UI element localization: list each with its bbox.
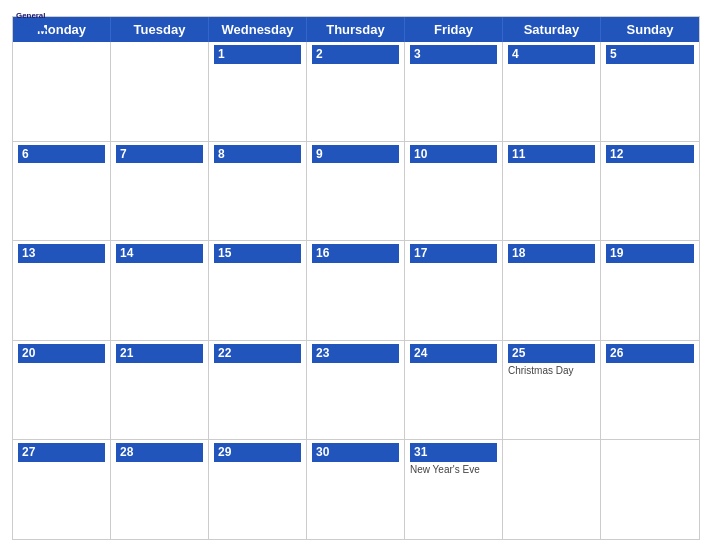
day-number: 13: [18, 244, 105, 263]
day-header-saturday: Saturday: [503, 17, 601, 42]
day-cell: 11: [503, 142, 601, 241]
day-cell: 26: [601, 341, 699, 440]
day-cell: 13: [13, 241, 111, 340]
week-row-4: 202122232425Christmas Day26: [13, 340, 699, 440]
day-cell: 10: [405, 142, 503, 241]
day-number: 18: [508, 244, 595, 263]
day-cell: 8: [209, 142, 307, 241]
day-cell: 7: [111, 142, 209, 241]
day-cell: [111, 42, 209, 141]
week-row-1: 12345: [13, 42, 699, 141]
day-cell: 30: [307, 440, 405, 539]
day-number: 29: [214, 443, 301, 462]
day-headers-row: MondayTuesdayWednesdayThursdayFridaySatu…: [13, 17, 699, 42]
header: General Blue: [0, 0, 712, 16]
day-number: 30: [312, 443, 399, 462]
day-cell: 2: [307, 42, 405, 141]
day-number: 16: [312, 244, 399, 263]
day-number: 4: [508, 45, 595, 64]
day-cell: 12: [601, 142, 699, 241]
week-row-3: 13141516171819: [13, 240, 699, 340]
day-cell: 5: [601, 42, 699, 141]
day-number: 7: [116, 145, 203, 164]
day-number: 19: [606, 244, 694, 263]
day-cell: 9: [307, 142, 405, 241]
week-row-2: 6789101112: [13, 141, 699, 241]
day-number: 31: [410, 443, 497, 462]
day-number: 8: [214, 145, 301, 164]
event-label: New Year's Eve: [410, 464, 497, 475]
day-number: 27: [18, 443, 105, 462]
day-header-tuesday: Tuesday: [111, 17, 209, 42]
calendar-grid: MondayTuesdayWednesdayThursdayFridaySatu…: [12, 16, 700, 540]
day-cell: 20: [13, 341, 111, 440]
day-cell: 17: [405, 241, 503, 340]
weeks-container: 1234567891011121314151617181920212223242…: [13, 42, 699, 539]
day-number: 25: [508, 344, 595, 363]
day-number: 14: [116, 244, 203, 263]
day-cell: 15: [209, 241, 307, 340]
day-number: 28: [116, 443, 203, 462]
calendar-page: General Blue MondayTuesdayWednesdayThurs…: [0, 0, 712, 550]
day-number: 9: [312, 145, 399, 164]
day-number: 12: [606, 145, 694, 164]
svg-text:General: General: [16, 11, 45, 20]
day-number: 3: [410, 45, 497, 64]
day-cell: 14: [111, 241, 209, 340]
day-cell: [601, 440, 699, 539]
event-label: Christmas Day: [508, 365, 595, 376]
week-row-5: 2728293031New Year's Eve: [13, 439, 699, 539]
day-cell: 1: [209, 42, 307, 141]
day-number: 5: [606, 45, 694, 64]
day-cell: 29: [209, 440, 307, 539]
day-cell: 31New Year's Eve: [405, 440, 503, 539]
day-header-friday: Friday: [405, 17, 503, 42]
day-number: 11: [508, 145, 595, 164]
day-cell: 27: [13, 440, 111, 539]
day-cell: 21: [111, 341, 209, 440]
day-number: 17: [410, 244, 497, 263]
day-cell: 25Christmas Day: [503, 341, 601, 440]
day-number: 6: [18, 145, 105, 164]
day-header-sunday: Sunday: [601, 17, 699, 42]
day-number: 22: [214, 344, 301, 363]
day-cell: 24: [405, 341, 503, 440]
day-number: 24: [410, 344, 497, 363]
day-cell: [13, 42, 111, 141]
day-number: 10: [410, 145, 497, 164]
day-number: 15: [214, 244, 301, 263]
svg-text:Blue: Blue: [16, 20, 34, 29]
day-cell: 4: [503, 42, 601, 141]
day-number: 26: [606, 344, 694, 363]
day-cell: 6: [13, 142, 111, 241]
day-cell: [503, 440, 601, 539]
day-cell: 3: [405, 42, 503, 141]
logo-icon: General Blue: [16, 8, 52, 36]
day-number: 2: [312, 45, 399, 64]
day-cell: 16: [307, 241, 405, 340]
day-number: 21: [116, 344, 203, 363]
day-header-thursday: Thursday: [307, 17, 405, 42]
day-cell: 23: [307, 341, 405, 440]
day-cell: 19: [601, 241, 699, 340]
day-number: 23: [312, 344, 399, 363]
logo: General Blue: [16, 8, 52, 36]
day-cell: 22: [209, 341, 307, 440]
day-number: 20: [18, 344, 105, 363]
day-number: 1: [214, 45, 301, 64]
day-header-wednesday: Wednesday: [209, 17, 307, 42]
day-cell: 28: [111, 440, 209, 539]
day-cell: 18: [503, 241, 601, 340]
